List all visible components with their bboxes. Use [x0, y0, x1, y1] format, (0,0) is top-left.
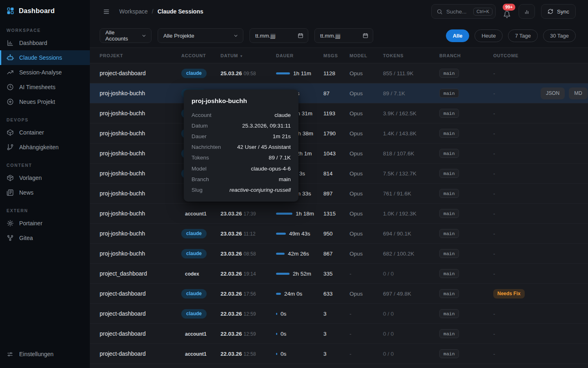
cell-tokens: 7.5K / 132.7K	[383, 171, 439, 177]
cell-tokens: 1.4K / 143.8K	[383, 130, 439, 137]
tooltip-field-value: 25.3.2026, 09:31:11	[242, 123, 291, 129]
range-pill-7-tage[interactable]: 7 Tage	[508, 29, 538, 42]
table-row[interactable]: project-dashboardclaude25.03.2609:581h 1…	[90, 63, 588, 83]
account-select[interactable]: Alle Accounts	[100, 28, 151, 43]
col-header-projekt[interactable]: Projekt	[100, 53, 181, 58]
breadcrumb-workspace[interactable]: Workspace	[119, 8, 148, 15]
cell-outcome: -	[493, 230, 541, 237]
col-header-model[interactable]: Model	[350, 53, 383, 58]
export-json-button[interactable]: JSON	[541, 88, 565, 99]
sidebar-item-label: AI Timesheets	[19, 84, 56, 90]
sidebar-item-session-analyse[interactable]: Session-Analyse	[0, 65, 90, 80]
cell-model: Opus	[350, 191, 383, 197]
range-pill-heute[interactable]: Heute	[474, 29, 503, 42]
col-header-account[interactable]: Account	[181, 53, 220, 58]
col-header-msgs[interactable]: Msgs	[323, 53, 350, 58]
table-row[interactable]: proj-joshko-buchhclaude2h 1m1043Opus818 …	[90, 144, 588, 164]
col-header-dauer[interactable]: Dauer	[276, 53, 323, 58]
account-badge: account1	[181, 331, 207, 337]
table-row[interactable]: proj-joshko-buchhclaude1m 21s87Opus89 / …	[90, 83, 588, 103]
sidebar-item-vorlagen[interactable]: Vorlagen	[0, 171, 90, 185]
cell-outcome: -	[493, 170, 541, 177]
cell-outcome: -	[493, 190, 541, 197]
stats-button[interactable]	[519, 4, 535, 19]
sidebar-item-label: Gitea	[19, 235, 33, 241]
hamburger-menu-icon[interactable]	[103, 8, 110, 15]
duration-value: 0s	[281, 351, 286, 357]
branch-badge: main	[439, 129, 459, 138]
sidebar-item-claude-sessions[interactable]: Claude Sessions	[0, 50, 90, 65]
cell-branch: main	[439, 189, 493, 198]
sidebar-item-ai-timesheets[interactable]: AI Timesheets	[0, 80, 90, 94]
outcome-empty: -	[493, 231, 495, 237]
tooltip-field-label: Datum	[192, 123, 208, 129]
table-row[interactable]: proj-joshko-buchhaccount123.03.2617:391h…	[90, 204, 588, 224]
table-row[interactable]: project-dashboardaccount122.03.2612:580s…	[90, 344, 588, 364]
sidebar-item-abhängigkeiten[interactable]: Abhängigkeiten	[0, 140, 90, 155]
sidebar-item-label: Container	[19, 129, 44, 136]
cell-branch: main	[439, 269, 493, 278]
sidebar-item-portainer[interactable]: Portainer	[0, 216, 90, 231]
cell-project: project-dashboard	[100, 350, 181, 357]
date-value: 22.03.26	[220, 291, 242, 297]
cell-actions: JSONMD	[541, 88, 588, 99]
table-row[interactable]: proj-joshko-buchhclaude23.03.2608:5842m …	[90, 244, 588, 264]
table-row[interactable]: project_dashboardcodex22.03.2619:142h 52…	[90, 264, 588, 284]
outcome-empty: -	[493, 150, 495, 157]
export-md-button[interactable]: MD	[569, 88, 587, 99]
cell-project: project-dashboard	[100, 70, 181, 76]
col-header-branch[interactable]: Branch	[439, 53, 493, 58]
search-input[interactable]: Suche... Ctrl+K	[431, 4, 496, 19]
outcome-empty: -	[493, 110, 495, 117]
tooltip-field-label: Model	[192, 166, 207, 172]
account-badge: account1	[181, 211, 207, 217]
branch-badge: main	[439, 249, 459, 258]
cell-project: proj-joshko-buchh	[100, 190, 181, 197]
plus-circle-icon	[7, 98, 14, 105]
sync-button[interactable]: Sync	[541, 4, 576, 19]
project-select[interactable]: Alle Projekte	[158, 28, 243, 43]
cell-model: Opus	[350, 231, 383, 237]
robot-icon	[7, 54, 14, 61]
table-row[interactable]: project-dashboardaccount122.03.2612:590s…	[90, 324, 588, 344]
table-row[interactable]: proj-joshko-buchhclaude1h 38m1790Opus1.4…	[90, 123, 588, 144]
table-row[interactable]: proj-joshko-buchhaccount123.03.2621:2658…	[90, 184, 588, 204]
sidebar-item-dashboard[interactable]: Dashboard	[0, 36, 90, 50]
range-pill-alle[interactable]: Alle	[446, 29, 470, 42]
col-header-outcome[interactable]: Outcome	[493, 53, 541, 58]
col-header-tokens[interactable]: Tokens	[383, 53, 439, 58]
sidebar-item-einstellungen[interactable]: Einstellungen	[0, 347, 90, 361]
sidebar-item-container[interactable]: Container	[0, 125, 90, 140]
date-to-input[interactable]: tt.mm.jjjj	[314, 28, 373, 43]
range-pill-30-tage[interactable]: 30 Tage	[543, 29, 576, 42]
app-logo: Dashboard	[0, 0, 90, 20]
col-header-datum[interactable]: Datum▼	[220, 53, 276, 58]
cell-outcome: -	[493, 210, 541, 217]
table-row[interactable]: project-dashboardclaude22.03.2612:590s3-…	[90, 304, 588, 324]
table-row[interactable]: proj-joshko-buchhclaude1h 31m1193Opus3.9…	[90, 103, 588, 123]
table-row[interactable]: project-dashboardclaude22.03.2617:5624m …	[90, 284, 588, 304]
breadcrumb-separator: /	[152, 8, 154, 15]
notifications-button[interactable]: 99+	[502, 8, 512, 18]
package-icon	[7, 174, 14, 182]
cell-model: Opus	[350, 291, 383, 297]
table-row[interactable]: proj-joshko-buchhclaude1h 3s814Opus7.5K …	[90, 164, 588, 184]
session-tooltip: proj-joshko-buchh AccountclaudeDatum25.3…	[184, 90, 298, 202]
date-from-input[interactable]: tt.mm.jjjj	[249, 28, 308, 43]
cell-project: proj-joshko-buchh	[100, 170, 181, 177]
nav-section-devops: DEVOPSContainerAbhängigkeiten	[0, 115, 90, 155]
sidebar-item-label: Dashboard	[19, 40, 47, 46]
table-row[interactable]: proj-joshko-buchhclaude23.03.2611:1249m …	[90, 224, 588, 244]
sidebar-item-label: Neues Projekt	[19, 99, 55, 105]
tooltip-field-label: Tokens	[192, 155, 209, 161]
nav-section-label: WORKSPACE	[0, 26, 90, 36]
account-badge: claude	[181, 69, 207, 78]
cell-tokens: 0 / 0	[383, 311, 439, 317]
sidebar-item-gitea[interactable]: Gitea	[0, 231, 90, 245]
cell-datum: 25.03.2609:58	[220, 70, 276, 77]
sidebar-item-neues-projekt[interactable]: Neues Projekt	[0, 94, 90, 109]
cell-dauer: 1h 11m	[276, 70, 323, 76]
bell-icon	[503, 11, 511, 18]
sidebar-item-news[interactable]: News	[0, 185, 90, 200]
time-value: 12:59	[244, 311, 256, 317]
